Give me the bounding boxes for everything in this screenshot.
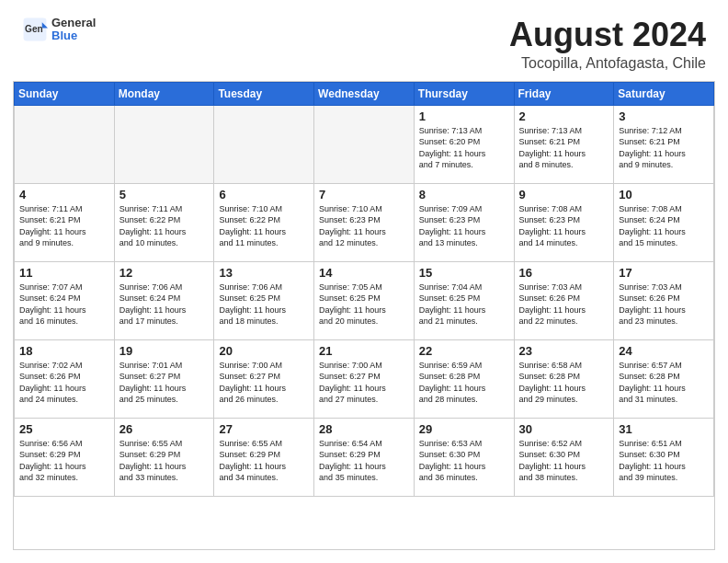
day-info: Sunrise: 7:00 AM Sunset: 6:27 PM Dayligh… <box>319 360 409 406</box>
day-number: 14 <box>319 266 409 280</box>
day-of-week-saturday: Saturday <box>614 82 714 105</box>
day-number: 19 <box>119 344 210 358</box>
day-info: Sunrise: 7:03 AM Sunset: 6:26 PM Dayligh… <box>619 282 709 327</box>
day-cell: 15Sunrise: 7:04 AM Sunset: 6:25 PM Dayli… <box>414 261 514 339</box>
day-cell: 20Sunrise: 7:00 AM Sunset: 6:27 PM Dayli… <box>214 339 314 418</box>
logo-text: General Blue <box>51 17 96 43</box>
day-info: Sunrise: 6:59 AM Sunset: 6:28 PM Dayligh… <box>419 360 509 406</box>
day-cell: 18Sunrise: 7:02 AM Sunset: 6:26 PM Dayli… <box>15 339 115 418</box>
day-number: 27 <box>219 422 309 436</box>
day-cell: 19Sunrise: 7:01 AM Sunset: 6:27 PM Dayli… <box>114 339 214 418</box>
day-number: 6 <box>219 188 309 201</box>
day-number: 28 <box>319 422 409 436</box>
day-cell: 2Sunrise: 7:13 AM Sunset: 6:21 PM Daylig… <box>514 105 614 183</box>
header: Gen General Blue August 2024 Tocopilla, … <box>0 0 728 81</box>
day-cell: 3Sunrise: 7:12 AM Sunset: 6:21 PM Daylig… <box>614 105 714 183</box>
day-info: Sunrise: 6:52 AM Sunset: 6:30 PM Dayligh… <box>519 438 609 484</box>
day-number: 8 <box>419 188 509 201</box>
day-info: Sunrise: 7:06 AM Sunset: 6:24 PM Dayligh… <box>119 282 210 327</box>
day-cell <box>314 105 415 183</box>
svg-text:Gen: Gen <box>25 24 43 34</box>
day-info: Sunrise: 6:53 AM Sunset: 6:30 PM Dayligh… <box>419 438 509 484</box>
day-number: 10 <box>619 188 709 201</box>
week-row-3: 11Sunrise: 7:07 AM Sunset: 6:24 PM Dayli… <box>15 261 714 339</box>
day-info: Sunrise: 7:08 AM Sunset: 6:23 PM Dayligh… <box>519 203 609 249</box>
day-number: 2 <box>519 109 609 123</box>
logo: Gen General Blue <box>22 17 96 43</box>
day-cell <box>214 105 314 183</box>
day-info: Sunrise: 6:56 AM Sunset: 6:29 PM Dayligh… <box>19 438 109 484</box>
day-of-week-wednesday: Wednesday <box>314 82 415 105</box>
day-info: Sunrise: 7:02 AM Sunset: 6:26 PM Dayligh… <box>19 360 109 406</box>
day-info: Sunrise: 7:06 AM Sunset: 6:25 PM Dayligh… <box>219 282 309 327</box>
day-number: 3 <box>619 109 709 123</box>
day-cell: 25Sunrise: 6:56 AM Sunset: 6:29 PM Dayli… <box>15 418 115 496</box>
day-info: Sunrise: 6:54 AM Sunset: 6:29 PM Dayligh… <box>319 438 409 484</box>
logo-general-text: General <box>51 17 96 29</box>
day-of-week-monday: Monday <box>114 82 214 105</box>
day-number: 12 <box>119 266 210 280</box>
page: Gen General Blue August 2024 Tocopilla, … <box>0 0 728 563</box>
title-block: August 2024 Tocopilla, Antofagasta, Chil… <box>509 17 706 72</box>
day-number: 13 <box>219 266 309 280</box>
day-of-week-sunday: Sunday <box>15 82 115 105</box>
day-number: 29 <box>419 422 509 436</box>
week-row-4: 18Sunrise: 7:02 AM Sunset: 6:26 PM Dayli… <box>15 339 714 418</box>
day-number: 21 <box>319 344 409 358</box>
day-number: 31 <box>619 422 709 436</box>
day-of-week-friday: Friday <box>514 82 614 105</box>
day-cell: 24Sunrise: 6:57 AM Sunset: 6:28 PM Dayli… <box>614 339 714 418</box>
week-row-5: 25Sunrise: 6:56 AM Sunset: 6:29 PM Dayli… <box>15 418 714 496</box>
day-cell <box>114 105 214 183</box>
day-number: 16 <box>519 266 609 280</box>
day-cell: 17Sunrise: 7:03 AM Sunset: 6:26 PM Dayli… <box>614 261 714 339</box>
month-year: August 2024 <box>509 17 706 53</box>
day-cell: 28Sunrise: 6:54 AM Sunset: 6:29 PM Dayli… <box>314 418 415 496</box>
day-info: Sunrise: 6:51 AM Sunset: 6:30 PM Dayligh… <box>619 438 709 484</box>
calendar-header: SundayMondayTuesdayWednesdayThursdayFrid… <box>15 82 714 105</box>
days-of-week-row: SundayMondayTuesdayWednesdayThursdayFrid… <box>15 82 714 105</box>
day-cell: 12Sunrise: 7:06 AM Sunset: 6:24 PM Dayli… <box>114 261 214 339</box>
day-of-week-tuesday: Tuesday <box>214 82 314 105</box>
day-info: Sunrise: 7:10 AM Sunset: 6:23 PM Dayligh… <box>319 203 409 249</box>
day-number: 1 <box>419 109 509 123</box>
day-info: Sunrise: 6:55 AM Sunset: 6:29 PM Dayligh… <box>119 438 210 484</box>
day-info: Sunrise: 6:55 AM Sunset: 6:29 PM Dayligh… <box>219 438 309 484</box>
day-cell: 21Sunrise: 7:00 AM Sunset: 6:27 PM Dayli… <box>314 339 415 418</box>
week-row-1: 1Sunrise: 7:13 AM Sunset: 6:20 PM Daylig… <box>15 105 714 183</box>
day-info: Sunrise: 7:10 AM Sunset: 6:22 PM Dayligh… <box>219 203 309 249</box>
day-cell: 29Sunrise: 6:53 AM Sunset: 6:30 PM Dayli… <box>414 418 514 496</box>
day-info: Sunrise: 7:00 AM Sunset: 6:27 PM Dayligh… <box>219 360 309 406</box>
day-cell: 7Sunrise: 7:10 AM Sunset: 6:23 PM Daylig… <box>314 183 415 261</box>
day-cell: 30Sunrise: 6:52 AM Sunset: 6:30 PM Dayli… <box>514 418 614 496</box>
day-number: 7 <box>319 188 409 201</box>
day-info: Sunrise: 7:05 AM Sunset: 6:25 PM Dayligh… <box>319 282 409 327</box>
day-info: Sunrise: 7:09 AM Sunset: 6:23 PM Dayligh… <box>419 203 509 249</box>
day-of-week-thursday: Thursday <box>414 82 514 105</box>
day-number: 9 <box>519 188 609 201</box>
day-number: 26 <box>119 422 210 436</box>
day-cell: 16Sunrise: 7:03 AM Sunset: 6:26 PM Dayli… <box>514 261 614 339</box>
day-cell: 22Sunrise: 6:59 AM Sunset: 6:28 PM Dayli… <box>414 339 514 418</box>
day-cell: 27Sunrise: 6:55 AM Sunset: 6:29 PM Dayli… <box>214 418 314 496</box>
calendar-table: SundayMondayTuesdayWednesdayThursdayFrid… <box>14 82 714 497</box>
logo-blue-text: Blue <box>51 29 96 42</box>
day-number: 25 <box>19 422 109 436</box>
day-cell: 31Sunrise: 6:51 AM Sunset: 6:30 PM Dayli… <box>614 418 714 496</box>
calendar: SundayMondayTuesdayWednesdayThursdayFrid… <box>13 81 715 550</box>
day-number: 18 <box>19 344 109 358</box>
day-info: Sunrise: 7:01 AM Sunset: 6:27 PM Dayligh… <box>119 360 210 406</box>
day-number: 20 <box>219 344 309 358</box>
location: Tocopilla, Antofagasta, Chile <box>509 55 706 72</box>
day-info: Sunrise: 7:03 AM Sunset: 6:26 PM Dayligh… <box>519 282 609 327</box>
day-cell: 10Sunrise: 7:08 AM Sunset: 6:24 PM Dayli… <box>614 183 714 261</box>
day-number: 30 <box>519 422 609 436</box>
day-cell: 23Sunrise: 6:58 AM Sunset: 6:28 PM Dayli… <box>514 339 614 418</box>
day-info: Sunrise: 7:13 AM Sunset: 6:21 PM Dayligh… <box>519 125 609 171</box>
day-cell: 13Sunrise: 7:06 AM Sunset: 6:25 PM Dayli… <box>214 261 314 339</box>
day-number: 11 <box>19 266 109 280</box>
day-info: Sunrise: 7:11 AM Sunset: 6:21 PM Dayligh… <box>19 203 109 249</box>
day-cell: 4Sunrise: 7:11 AM Sunset: 6:21 PM Daylig… <box>15 183 115 261</box>
day-number: 5 <box>119 188 210 201</box>
day-cell: 26Sunrise: 6:55 AM Sunset: 6:29 PM Dayli… <box>114 418 214 496</box>
